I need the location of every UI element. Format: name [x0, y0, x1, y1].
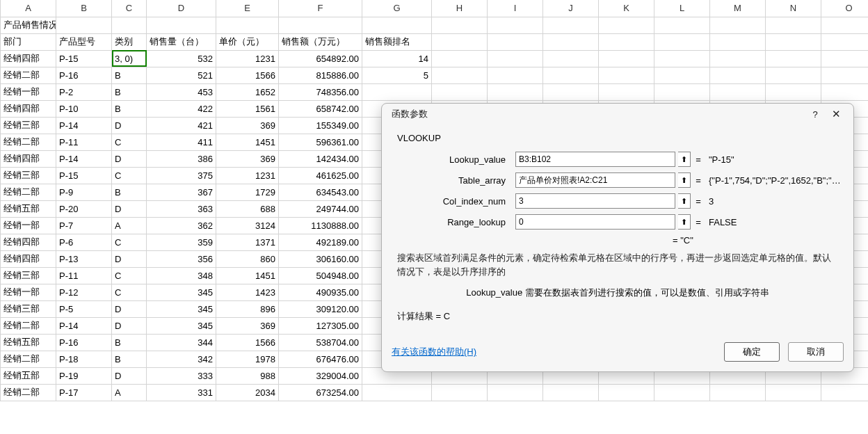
table-row[interactable]	[543, 50, 599, 67]
table-row[interactable]: 经销五部	[1, 367, 56, 384]
column-header-F[interactable]: F	[279, 0, 362, 17]
title-cell[interactable]	[362, 17, 432, 33]
table-row[interactable]	[543, 67, 599, 83]
table-row[interactable]: P-20	[56, 200, 112, 217]
table-row[interactable]: 经销二部	[1, 67, 56, 83]
table-row[interactable]: 1566	[216, 67, 279, 83]
table-row[interactable]: D	[112, 117, 147, 134]
header-cell[interactable]: 类别	[112, 33, 147, 50]
table-row[interactable]	[543, 384, 599, 401]
table-row[interactable]	[710, 50, 766, 67]
table-row[interactable]	[766, 67, 821, 83]
header-cell[interactable]	[432, 33, 488, 50]
table-row[interactable]: 经销三部	[1, 117, 56, 134]
title-cell[interactable]	[488, 17, 543, 33]
table-row[interactable]: B	[112, 351, 147, 367]
table-row[interactable]: 658742.00	[279, 100, 362, 117]
table-row[interactable]: 329004.00	[279, 367, 362, 384]
table-row[interactable]: 345	[147, 300, 216, 317]
table-row[interactable]: B	[112, 184, 147, 200]
table-row[interactable]: P-17	[56, 384, 112, 401]
table-row[interactable]: D	[112, 300, 147, 317]
table-row[interactable]: 369	[216, 317, 279, 334]
table-row[interactable]: 经销二部	[1, 351, 56, 367]
column-header-B[interactable]: B	[56, 0, 112, 17]
table-row[interactable]: 经销一部	[1, 284, 56, 300]
ok-button[interactable]: 确定	[724, 342, 780, 362]
table-row[interactable]: 538704.00	[279, 334, 362, 351]
table-row[interactable]	[766, 384, 821, 401]
table-row[interactable]: 经销二部	[1, 317, 56, 334]
table-row[interactable]	[362, 83, 432, 100]
table-row[interactable]: 504948.00	[279, 267, 362, 284]
table-row[interactable]: C	[112, 134, 147, 150]
table-row[interactable]: 860	[216, 250, 279, 267]
table-row[interactable]: 532	[147, 50, 216, 67]
range-picker-icon[interactable]: ⬆	[678, 172, 691, 188]
table-row[interactable]: 362	[147, 217, 216, 234]
table-row[interactable]: 142434.00	[279, 150, 362, 167]
table-row[interactable]	[362, 384, 432, 401]
table-row[interactable]: 1561	[216, 100, 279, 117]
table-row[interactable]: 1729	[216, 184, 279, 200]
table-row[interactable]: C	[112, 267, 147, 284]
table-row[interactable]: 363	[147, 200, 216, 217]
table-row[interactable]: P-10	[56, 100, 112, 117]
table-row[interactable]: P-14	[56, 150, 112, 167]
table-row[interactable]: 经销五部	[1, 334, 56, 351]
table-row[interactable]: 688	[216, 200, 279, 217]
header-cell[interactable]: 产品型号	[56, 33, 112, 50]
table-row[interactable]: C	[112, 167, 147, 184]
table-row[interactable]: C	[112, 284, 147, 300]
table-row[interactable]: B	[112, 334, 147, 351]
header-cell[interactable]	[488, 33, 543, 50]
header-cell[interactable]	[766, 33, 821, 50]
column-header-E[interactable]: E	[216, 0, 279, 17]
table-row[interactable]: D	[112, 250, 147, 267]
table-row[interactable]: B	[112, 67, 147, 83]
table-row[interactable]: 经销四部	[1, 250, 56, 267]
table-row[interactable]: 815886.00	[279, 67, 362, 83]
table-row[interactable]: 249744.00	[279, 200, 362, 217]
table-row[interactable]: B	[112, 100, 147, 117]
range-picker-icon[interactable]: ⬆	[678, 152, 691, 167]
table-row[interactable]: 634543.00	[279, 184, 362, 200]
table-row[interactable]: 1231	[216, 167, 279, 184]
header-cell[interactable]	[821, 33, 869, 50]
header-cell[interactable]	[654, 33, 710, 50]
table-row[interactable]	[654, 83, 710, 100]
table-row[interactable]: 3124	[216, 217, 279, 234]
table-row[interactable]	[654, 384, 710, 401]
table-row[interactable]: 经销二部	[1, 134, 56, 150]
column-header-L[interactable]: L	[654, 0, 710, 17]
table-row[interactable]: 1371	[216, 234, 279, 250]
table-row[interactable]: P-11	[56, 134, 112, 150]
table-row[interactable]: P-11	[56, 267, 112, 284]
param-input-range_lookup[interactable]	[515, 214, 675, 230]
table-row[interactable]: 369	[216, 117, 279, 134]
title-cell[interactable]	[654, 17, 710, 33]
title-cell[interactable]	[56, 17, 112, 33]
dialog-titlebar[interactable]: 函数参数 ? ✕	[382, 104, 853, 124]
table-row[interactable]	[654, 67, 710, 83]
column-header-I[interactable]: I	[488, 0, 543, 17]
table-row[interactable]: 345	[147, 284, 216, 300]
column-header-N[interactable]: N	[766, 0, 821, 17]
table-row[interactable]: P-18	[56, 351, 112, 367]
column-header-J[interactable]: J	[543, 0, 599, 17]
table-row[interactable]: 654892.00	[279, 50, 362, 67]
table-row[interactable]: 331	[147, 384, 216, 401]
table-row[interactable]: 1130888.00	[279, 217, 362, 234]
column-header-G[interactable]: G	[362, 0, 432, 17]
header-cell[interactable]: 部门	[1, 33, 56, 50]
table-row[interactable]: 309120.00	[279, 300, 362, 317]
table-row[interactable]	[710, 384, 766, 401]
table-row[interactable]: 1231	[216, 50, 279, 67]
table-row[interactable]: P-14	[56, 117, 112, 134]
table-row[interactable]	[543, 83, 599, 100]
table-row[interactable]: 14	[362, 50, 432, 67]
table-row[interactable]: P-7	[56, 217, 112, 234]
header-cell[interactable]: 销售额排名	[362, 33, 432, 50]
table-row[interactable]: P-14	[56, 317, 112, 334]
range-picker-icon[interactable]: ⬆	[678, 214, 691, 230]
